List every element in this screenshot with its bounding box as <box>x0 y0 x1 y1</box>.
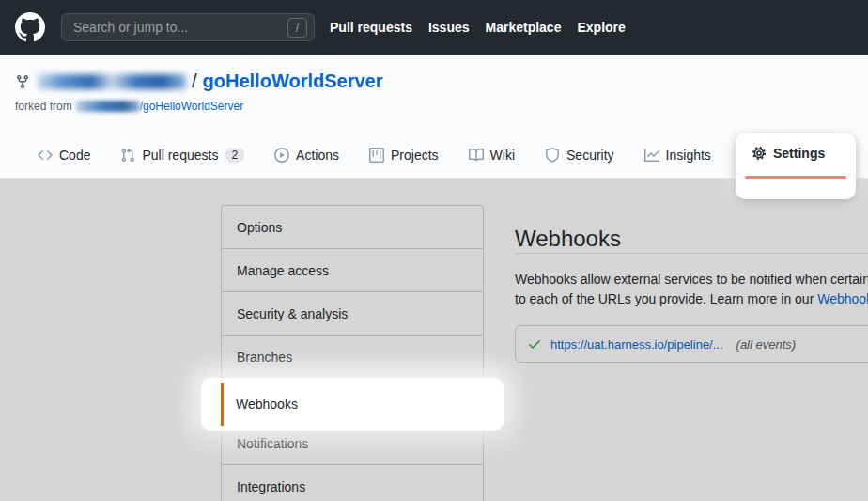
project-icon <box>369 148 384 163</box>
title-divider <box>515 253 868 254</box>
redacted-owner-name <box>38 74 186 89</box>
search-input[interactable] <box>61 13 315 41</box>
play-icon <box>274 148 289 163</box>
book-icon <box>469 148 484 163</box>
tab-projects[interactable]: Projects <box>369 148 439 163</box>
nav-pull-requests[interactable]: Pull requests <box>330 20 412 35</box>
git-pull-request-icon <box>120 148 135 163</box>
sidebar-item-webhooks-active[interactable]: Webhooks <box>221 383 483 426</box>
description-line-2-text: to each of the URLs you provide. Learn m… <box>515 291 817 306</box>
tab-label: Projects <box>391 148 439 163</box>
tab-code[interactable]: Code <box>38 148 90 163</box>
tab-pull-requests[interactable]: Pull requests 2 <box>120 148 244 163</box>
webhook-url-link[interactable]: https://uat.harness.io/pipeline/... <box>550 337 723 352</box>
graph-icon <box>644 148 659 163</box>
tab-settings[interactable]: Settings <box>752 146 825 161</box>
webhook-list-item: https://uat.harness.io/pipeline/... (all… <box>515 325 868 363</box>
redacted-fork-owner <box>76 101 140 112</box>
tab-label: Code <box>59 148 90 163</box>
repo-header: / goHelloWorldServer forked from /goHell… <box>0 55 868 133</box>
top-navigation-bar: / Pull requests Issues Marketplace Explo… <box>0 0 868 55</box>
tab-label: Settings <box>773 146 825 161</box>
breadcrumb-separator: / <box>192 70 197 92</box>
description-line-1: Webhooks allow external services to be n… <box>515 270 868 290</box>
webhooks-description: Webhooks allow external services to be n… <box>515 270 868 309</box>
settings-content: Options Manage access Security & analysi… <box>0 179 868 501</box>
webhooks-guide-link[interactable]: Webhooks Guide. <box>817 291 868 306</box>
forked-from-label: forked from <box>15 100 72 113</box>
tab-insights[interactable]: Insights <box>644 148 711 163</box>
sidebar-item-security-analysis[interactable]: Security & analysis <box>222 292 483 336</box>
shield-icon <box>545 148 560 163</box>
tab-label: Insights <box>666 148 711 163</box>
tab-security[interactable]: Security <box>545 148 614 163</box>
gear-icon <box>752 146 767 161</box>
nav-explore[interactable]: Explore <box>577 20 625 35</box>
search-box: / <box>61 13 315 41</box>
sidebar-item-options[interactable]: Options <box>222 206 483 249</box>
page-title: Webhooks <box>515 226 621 252</box>
github-settings-page: / Pull requests Issues Marketplace Explo… <box>0 0 868 501</box>
pull-requests-count-badge: 2 <box>225 148 244 163</box>
active-tab-underline <box>745 176 846 179</box>
slash-key-hint: / <box>287 18 307 38</box>
webhooks-item-spotlight: Webhooks <box>201 378 504 431</box>
tab-label: Wiki <box>490 148 515 163</box>
webhook-events-scope: (all events) <box>736 337 797 352</box>
tab-actions[interactable]: Actions <box>274 148 339 163</box>
nav-issues[interactable]: Issues <box>428 20 470 35</box>
tab-label: Actions <box>296 148 339 163</box>
settings-tab-spotlight: Settings <box>736 133 856 199</box>
sidebar-item-integrations[interactable]: Integrations <box>222 465 483 501</box>
nav-marketplace[interactable]: Marketplace <box>486 20 562 35</box>
repo-name-link[interactable]: goHelloWorldServer <box>203 70 383 92</box>
description-line-2: to each of the URLs you provide. Learn m… <box>515 290 868 309</box>
sidebar-item-manage-access[interactable]: Manage access <box>222 249 483 292</box>
tab-wiki[interactable]: Wiki <box>469 148 515 163</box>
forked-from-repo-link[interactable]: /goHelloWorldServer <box>140 100 244 113</box>
sidebar-item-branches[interactable]: Branches <box>222 336 483 379</box>
settings-sidebar-menu: Options Manage access Security & analysi… <box>221 205 484 501</box>
top-nav-links: Pull requests Issues Marketplace Explore <box>330 20 626 35</box>
repo-breadcrumb: / goHelloWorldServer <box>15 70 382 92</box>
code-icon <box>38 148 53 163</box>
repo-forked-icon <box>15 74 30 89</box>
tab-label: Security <box>566 148 614 163</box>
forked-from-line: forked from /goHelloWorldServer <box>15 100 243 113</box>
check-icon <box>527 337 542 352</box>
github-logo-icon[interactable] <box>15 12 45 42</box>
tab-label: Pull requests <box>142 148 218 163</box>
